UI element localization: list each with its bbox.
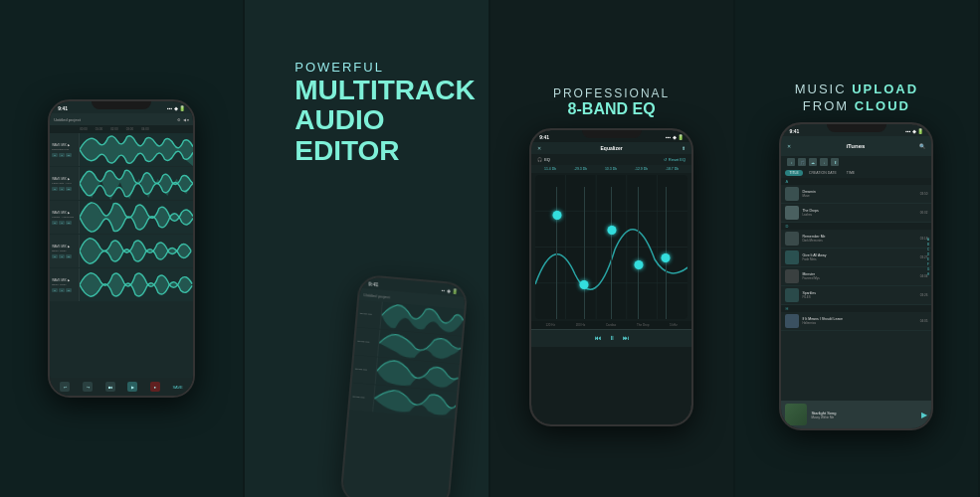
itunes-icon-share[interactable]: ⬆ xyxy=(831,158,839,166)
eq-freq-1: 120 Hz xyxy=(545,323,555,327)
mini-lbl-3: WAVE MIX xyxy=(354,368,373,373)
song-list: A Dreamin Muse 03:50 The Drops Las xyxy=(781,178,931,331)
pb-undo[interactable]: ↩ xyxy=(60,382,70,392)
track-sublabel-3: Lashes - The Drops xyxy=(52,216,77,219)
eq-back-icon[interactable]: ✕ xyxy=(537,145,541,151)
itunes-tab-date[interactable]: CREATION DATE xyxy=(805,170,841,176)
eq-play-btn[interactable]: ⏮ xyxy=(595,335,601,341)
eq-topbar: ✕ Equalizer ⬆ xyxy=(531,142,691,154)
itunes-back-icon[interactable]: ✕ xyxy=(787,143,791,149)
track-solo-5[interactable]: S xyxy=(59,288,65,292)
alpha-c[interactable]: C xyxy=(927,248,929,251)
itunes-icon-download[interactable]: ↓ xyxy=(820,158,828,166)
itunes-search-icon[interactable]: 🔍 xyxy=(919,143,925,149)
alpha-g[interactable]: G xyxy=(927,267,929,271)
list-item[interactable]: Dreamin Muse 03:50 xyxy=(781,185,931,204)
alpha-e[interactable]: E xyxy=(927,257,929,261)
cloud-promo-container: MUSIC UPLOAD FROM CLOUD xyxy=(785,67,928,123)
section-letter-h: H xyxy=(781,305,931,312)
eq-controls-row: 🎧 EQ ↺ Reset EQ xyxy=(531,154,691,165)
alpha-d[interactable]: D xyxy=(927,252,929,256)
itunes-tab-time[interactable]: TIME xyxy=(843,170,859,176)
list-item[interactable]: If It Means I Should Leave Halternica 04… xyxy=(781,312,931,331)
list-item[interactable]: Monster Favored Mys 04:04 xyxy=(781,267,931,286)
itunes-icon-music[interactable]: ♪ xyxy=(787,158,795,166)
eq-next-btn[interactable]: ⏭ xyxy=(623,335,629,341)
track-solo-1[interactable]: S xyxy=(59,153,65,157)
track-sublabel-4: Bunny Mixes xyxy=(52,249,77,252)
track-fx-4[interactable]: FX xyxy=(66,254,72,258)
track-waveform-1 xyxy=(80,133,193,166)
alpha-scroll: A B C D E F G H xyxy=(927,238,929,276)
eq-toggle-group: 🎧 EQ xyxy=(537,157,550,162)
eq-share-icon[interactable]: ⬆ xyxy=(682,145,686,151)
track-mute-5[interactable]: M xyxy=(52,288,58,292)
status-time-itunes: 9:41 xyxy=(789,128,799,134)
track-fx-2[interactable]: FX xyxy=(66,187,72,191)
eq-pause-btn[interactable]: ⏸ xyxy=(609,335,615,341)
pb-redo[interactable]: ↪ xyxy=(83,382,93,392)
eq-playback-bar: ⏮ ⏸ ⏭ xyxy=(531,329,691,347)
list-item[interactable]: The Drops Lashes 06:02 xyxy=(781,204,931,223)
eq-freq-2: 200 Hz xyxy=(576,323,586,327)
eq-freq-4: The Drop xyxy=(637,323,650,327)
icons-behind: ▪▪ ◈ 🔋 xyxy=(441,287,458,294)
song-thumb-1 xyxy=(785,187,799,201)
alpha-b[interactable]: B xyxy=(927,243,929,247)
track-solo-4[interactable]: S xyxy=(59,254,65,258)
track-label-5: WAVE MIX ▶ xyxy=(52,278,77,282)
phone-mockup-1: 9:41 ▪▪▪ ◈ 🔋 Untitled project ⚙ ◀ ● 00:0… xyxy=(48,99,195,398)
alpha-f[interactable]: F xyxy=(927,262,929,266)
eq-reset-label[interactable]: Reset EQ xyxy=(669,157,686,162)
eq-reset-group[interactable]: ↺ Reset EQ xyxy=(664,157,686,162)
track-header-bar: Untitled project ⚙ ◀ ● xyxy=(50,113,193,125)
eq-grid xyxy=(535,175,687,319)
track-controls-5: WAVE MIX ▶ Bunny Mixes M S FX xyxy=(50,268,80,301)
track-row-1: WAVE MIX ▶ Exploration Mix M S FX xyxy=(50,133,193,167)
itunes-icon-cloud[interactable]: ☁ xyxy=(809,158,817,166)
itunes-tab-title[interactable]: TITLE xyxy=(785,170,803,176)
list-item[interactable]: Sparkles FILES 03:26 xyxy=(781,286,931,305)
itunes-icon-file[interactable]: 🎵 xyxy=(798,158,806,166)
song-info-7: If It Means I Should Leave Halternica xyxy=(802,317,916,325)
eq-label: EQ xyxy=(544,157,550,162)
list-item[interactable]: Remember Me Dark Memories 03:18 xyxy=(781,230,931,248)
itunes-icon-row: ♪ 🎵 ☁ ↓ ⬆ xyxy=(781,156,931,168)
song-duration-7: 04:05 xyxy=(920,319,928,323)
track-mute-1[interactable]: M xyxy=(52,153,58,157)
song-artist-2: Lashes xyxy=(802,213,916,217)
list-item[interactable]: Give It All Away Fade Mets 03:27 xyxy=(781,248,931,267)
track-mute-4[interactable]: M xyxy=(52,254,58,258)
song-artist-6: FILES xyxy=(802,295,916,299)
track-fx-1[interactable]: FX xyxy=(66,153,72,157)
phone-mockup-2-behind: 9:41 ▪▪ ◈ 🔋 Untitled project WAVE MIX xyxy=(339,274,469,497)
track-sublabel-1: Exploration Mix xyxy=(52,148,77,151)
pb-rewind[interactable]: ⏮ xyxy=(105,382,115,392)
track-waveform-3 xyxy=(80,201,193,234)
track-label-1: WAVE MIX ▶ xyxy=(52,143,77,147)
alpha-a[interactable]: A xyxy=(927,238,929,242)
multitrack-screen: 9:41 ▪▪▪ ◈ 🔋 Untitled project ⚙ ◀ ● 00:0… xyxy=(50,101,193,396)
track-solo-2[interactable]: S xyxy=(59,187,65,191)
track-mute-3[interactable]: M xyxy=(52,221,58,225)
status-icons-1: ▪▪▪ ◈ 🔋 xyxy=(167,105,185,111)
save-label[interactable]: SAVE xyxy=(172,385,182,390)
track-buttons-5: M S FX xyxy=(52,288,77,292)
pb-record[interactable]: ● xyxy=(150,382,160,392)
track-controls-2: WAVE MIX ▶ Fade Mets - All In M S FX xyxy=(50,167,80,200)
track-fx-3[interactable]: FX xyxy=(66,221,72,225)
song-duration-1: 03:50 xyxy=(920,192,928,196)
alpha-h[interactable]: H xyxy=(927,272,929,276)
section-letter-d: D xyxy=(781,223,931,230)
pb-play[interactable]: ▶ xyxy=(127,382,137,392)
track-mute-2[interactable]: M xyxy=(52,187,58,191)
np-play-icon[interactable]: ▶ xyxy=(921,411,927,419)
track-controls-4: WAVE MIX ▶ Bunny Mixes M S FX xyxy=(50,235,80,267)
track-fx-5[interactable]: FX xyxy=(66,288,72,292)
eq-promo-container: PROFESSIONAL 8-BAND EQ xyxy=(543,72,680,128)
track-solo-3[interactable]: S xyxy=(59,221,65,225)
np-artist: Mussy Within Me xyxy=(811,415,917,419)
track-row-5: WAVE MIX ▶ Bunny Mixes M S FX xyxy=(50,268,193,302)
song-artist-4: Fade Mets xyxy=(802,257,916,261)
track-sublabel-5: Bunny Mixes xyxy=(52,283,77,286)
